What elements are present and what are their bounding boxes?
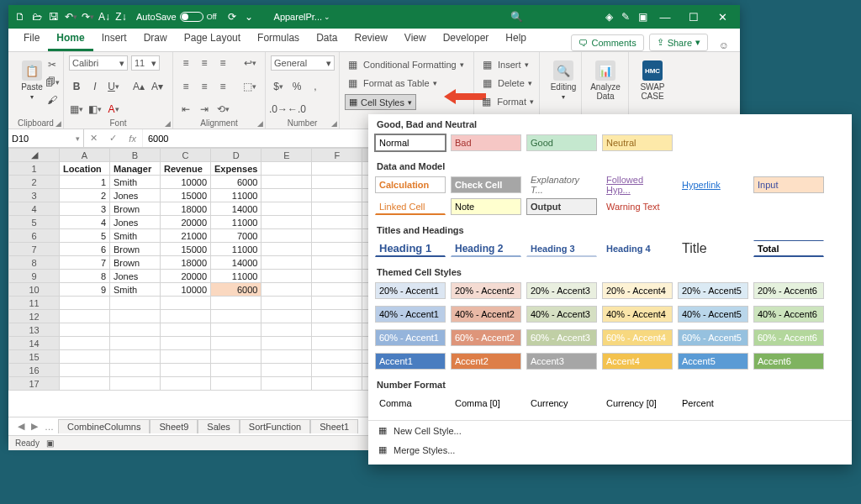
style-swatch[interactable]: Accent3 xyxy=(526,353,597,370)
cell[interactable]: 11000 xyxy=(211,270,261,283)
col-header-A[interactable]: A xyxy=(60,149,110,162)
header-cell[interactable]: Location xyxy=(60,162,110,176)
redo-icon[interactable]: ↷ xyxy=(79,8,96,25)
style-swatch[interactable]: 20% - Accent5 xyxy=(678,282,748,299)
cell[interactable]: Smith xyxy=(110,283,161,297)
cell[interactable]: 10000 xyxy=(161,176,211,189)
style-swatch[interactable]: Linked Cell xyxy=(375,198,446,215)
row-header-12[interactable]: 12 xyxy=(9,310,60,323)
font-color-button[interactable]: A xyxy=(106,102,121,117)
sheet-nav-more-icon[interactable]: … xyxy=(42,422,56,432)
format-cells-button[interactable]: ▦Format▾ xyxy=(479,94,534,109)
style-swatch[interactable]: 20% - Accent4 xyxy=(602,282,673,299)
col-header-F[interactable]: F xyxy=(312,149,362,162)
cell[interactable]: Smith xyxy=(110,176,161,189)
row-header-10[interactable]: 10 xyxy=(9,283,60,297)
cell[interactable]: 9 xyxy=(60,283,110,297)
style-swatch[interactable]: 60% - Accent1 xyxy=(375,329,446,346)
style-swatch[interactable]: Comma [0] xyxy=(451,395,521,412)
filename-chevron-icon[interactable]: ⌄ xyxy=(324,13,330,21)
style-swatch[interactable]: Input xyxy=(753,176,824,193)
col-header-C[interactable]: C xyxy=(161,149,211,162)
italic-button[interactable]: I xyxy=(87,79,103,94)
sheet-tab-sortfunction[interactable]: SortFunction xyxy=(240,419,310,433)
tab-home[interactable]: Home xyxy=(48,27,92,51)
fill-color-button[interactable]: ◧ xyxy=(87,102,103,117)
font-size-combo[interactable]: 11▾ xyxy=(131,55,160,71)
search-icon[interactable]: 🔍 xyxy=(508,8,525,25)
style-swatch[interactable]: Warning Text xyxy=(602,198,673,215)
style-swatch[interactable]: Output xyxy=(526,198,597,215)
cell[interactable]: Smith xyxy=(110,229,161,243)
cell[interactable]: 7000 xyxy=(211,229,261,243)
style-swatch[interactable]: Bad xyxy=(451,134,521,151)
comments-button[interactable]: 🗨 Comments xyxy=(571,34,643,51)
cell[interactable]: Jones xyxy=(110,270,161,283)
row-header-6[interactable]: 6 xyxy=(9,229,60,243)
sheet-tab-sheet1[interactable]: Sheet1 xyxy=(310,419,358,433)
style-swatch[interactable]: 20% - Accent6 xyxy=(753,282,824,299)
share-button[interactable]: ⇪ Share ▾ xyxy=(649,34,708,51)
editing-button[interactable]: 🔍Editing▾ xyxy=(545,55,582,106)
style-swatch[interactable]: Accent1 xyxy=(375,353,446,370)
style-swatch[interactable]: Check Cell xyxy=(451,176,521,193)
row-header-3[interactable]: 3 xyxy=(9,189,60,202)
cell-styles-button[interactable]: ▦Cell Styles▾ xyxy=(345,94,416,110)
minimize-button[interactable]: — xyxy=(651,5,679,29)
style-swatch[interactable]: Explanatory T... xyxy=(526,176,597,193)
tab-draw[interactable]: Draw xyxy=(135,27,176,51)
style-swatch[interactable]: Hyperlink xyxy=(678,176,748,193)
col-header-D[interactable]: D xyxy=(211,149,261,162)
cell[interactable]: 18000 xyxy=(161,202,211,216)
cell[interactable]: 5 xyxy=(60,229,110,243)
row-header-7[interactable]: 7 xyxy=(9,243,60,256)
align-launcher-icon[interactable]: ◢ xyxy=(257,119,263,128)
style-swatch[interactable]: 40% - Accent6 xyxy=(753,306,824,323)
style-swatch[interactable]: 40% - Accent4 xyxy=(602,306,673,323)
style-swatch[interactable]: Heading 3 xyxy=(526,240,597,257)
delete-cells-button[interactable]: ▦Delete▾ xyxy=(479,76,534,91)
row-header-1[interactable]: 1 xyxy=(9,162,60,176)
cell[interactable]: 15000 xyxy=(161,243,211,256)
header-cell[interactable]: Manager xyxy=(110,162,161,176)
cut-icon[interactable]: ✂ xyxy=(45,57,60,72)
inc-decimal-icon[interactable]: .0→ xyxy=(271,102,286,117)
style-swatch[interactable]: Currency xyxy=(526,395,597,412)
tab-review[interactable]: Review xyxy=(346,27,395,51)
cell[interactable]: 7 xyxy=(60,256,110,270)
format-painter-icon[interactable]: 🖌 xyxy=(45,92,60,108)
maximize-button[interactable]: ☐ xyxy=(679,5,708,29)
open-file-icon[interactable]: 🗁 xyxy=(29,8,45,25)
font-name-combo[interactable]: Calibri▾ xyxy=(69,55,128,71)
style-swatch[interactable]: Accent5 xyxy=(678,353,748,370)
style-swatch[interactable]: Percent xyxy=(678,395,748,412)
new-file-icon[interactable]: 🗋 xyxy=(12,8,29,25)
cell[interactable]: Brown xyxy=(110,202,161,216)
swapcase-button[interactable]: HMCSWAP CASE xyxy=(634,55,671,106)
style-swatch[interactable]: 20% - Accent1 xyxy=(375,282,446,299)
cell[interactable]: 4 xyxy=(60,216,110,229)
tab-insert[interactable]: Insert xyxy=(93,27,135,51)
fx-icon[interactable]: fx xyxy=(129,134,136,144)
col-header-E[interactable]: E xyxy=(261,149,312,162)
style-swatch[interactable]: Neutral xyxy=(602,134,673,151)
file-name[interactable]: ApparelPr... xyxy=(274,12,322,22)
row-header-14[interactable]: 14 xyxy=(9,337,60,350)
style-swatch[interactable]: 60% - Accent2 xyxy=(451,329,521,346)
shrink-font-button[interactable]: A▾ xyxy=(150,79,165,94)
align-middle-icon[interactable]: ≡ xyxy=(197,55,212,71)
account-icon[interactable]: ☺ xyxy=(715,39,733,51)
autosave-pill[interactable] xyxy=(180,12,203,22)
row-header-2[interactable]: 2 xyxy=(9,176,60,189)
tab-help[interactable]: Help xyxy=(497,27,535,51)
cell[interactable]: 21000 xyxy=(161,229,211,243)
style-swatch[interactable]: 60% - Accent5 xyxy=(678,329,748,346)
merge-styles-item[interactable]: ▦ Merge Styles... xyxy=(368,440,852,459)
sync-icon[interactable]: ⟳ xyxy=(224,8,240,25)
cell[interactable]: 11000 xyxy=(211,216,261,229)
style-swatch[interactable]: 20% - Accent3 xyxy=(526,282,597,299)
align-bottom-icon[interactable]: ≡ xyxy=(215,55,230,71)
cell[interactable]: 8 xyxy=(60,270,110,283)
align-right-icon[interactable]: ≡ xyxy=(215,79,230,94)
align-center-icon[interactable]: ≡ xyxy=(197,79,212,94)
